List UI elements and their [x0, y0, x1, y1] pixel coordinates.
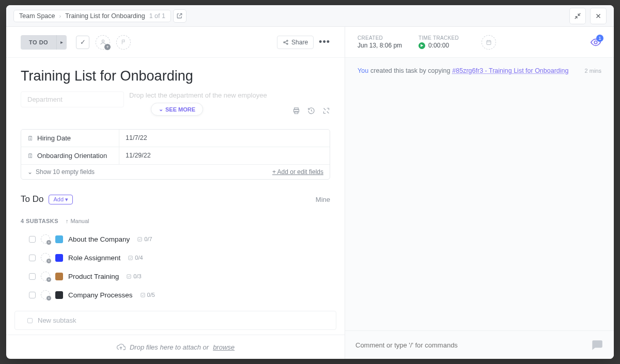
subtask-type-icon	[55, 273, 63, 280]
subtask-name: About the Company	[68, 235, 130, 243]
subtask-item[interactable]: Company Processes0/5	[21, 287, 330, 303]
watchers-button[interactable]: 1	[590, 37, 601, 48]
complete-checkbox[interactable]: ✓	[76, 36, 89, 49]
svg-rect-7	[138, 237, 142, 241]
mine-filter[interactable]: Mine	[316, 196, 330, 203]
cf-value[interactable]: 11/7/22	[119, 130, 330, 147]
sort-label: Manual	[70, 218, 89, 224]
subtask-checkbox[interactable]	[29, 292, 36, 298]
status-button[interactable]: TO DO ▸	[21, 35, 67, 50]
browse-link[interactable]: browse	[213, 343, 235, 351]
assignee-icon[interactable]	[41, 253, 50, 262]
subtask-sort[interactable]: ↑Manual	[66, 218, 89, 224]
cloud-upload-icon	[116, 342, 126, 352]
breadcrumb-count: 1 of 1	[149, 12, 165, 20]
open-external-icon[interactable]	[173, 9, 187, 23]
time-value: 0:00:00	[428, 42, 449, 49]
activity-panel: CREATED Jun 13, 8:06 pm TIME TRACKED ▶0:…	[345, 27, 614, 359]
cf-label: Hiring Date	[37, 134, 71, 142]
task-modal: Team Space › Training List for Onboardin…	[6, 5, 614, 359]
status-caret[interactable]: ▸	[56, 35, 67, 50]
print-icon[interactable]	[292, 107, 300, 115]
add-subtask-button[interactable]: Add▾	[49, 195, 73, 204]
sort-arrow-icon: ↑	[66, 218, 69, 224]
drop-text: Drop files here to attach or	[130, 343, 209, 351]
faded-field: Department	[21, 91, 124, 107]
caret-down-icon: ▾	[65, 196, 68, 203]
svg-point-12	[594, 41, 597, 44]
svg-rect-11	[487, 40, 491, 44]
activity-entry: You created this task by copying #85zrg6…	[345, 58, 614, 84]
breadcrumb-item[interactable]: Training List for Onboarding	[65, 12, 145, 20]
show-empty-fields[interactable]: ⌄Show 10 empty fields	[27, 168, 95, 176]
time-tracked-info[interactable]: TIME TRACKED ▶0:00:00	[419, 35, 459, 49]
attachment-dropzone[interactable]: Drop files here to attach or browse	[6, 335, 345, 359]
add-date-icon[interactable]	[482, 35, 496, 50]
breadcrumb[interactable]: Team Space › Training List for Onboardin…	[13, 10, 171, 22]
subtask-section-title: To Do	[21, 194, 43, 204]
add-assignee-icon[interactable]: +	[96, 35, 110, 50]
assignee-icon[interactable]	[41, 234, 50, 244]
assignee-icon[interactable]	[41, 272, 50, 281]
breadcrumb-space[interactable]: Team Space	[19, 12, 55, 20]
subtasks-list: About the Company0/7Role Assignment0/4Pr…	[21, 231, 330, 303]
custom-field-row[interactable]: 🗓Onboarding Orientation 11/29/22	[21, 147, 330, 165]
subtask-progress: 0/3	[126, 273, 141, 279]
subtask-checkbox[interactable]	[29, 255, 36, 261]
task-main-panel: TO DO ▸ ✓ + Share •••	[6, 27, 345, 359]
task-toolbar: TO DO ▸ ✓ + Share •••	[6, 27, 345, 58]
share-label: Share	[291, 39, 308, 46]
chevron-down-icon: ⌄	[159, 106, 163, 113]
expand-icon[interactable]	[322, 107, 330, 115]
custom-fields-table: 🗓Hiring Date 11/7/22 🗓Onboarding Orienta…	[21, 129, 330, 180]
share-button[interactable]: Share	[277, 36, 314, 49]
more-menu-icon[interactable]: •••	[319, 37, 330, 48]
add-edit-fields[interactable]: + Add or edit fields	[272, 168, 323, 176]
svg-rect-10	[141, 293, 144, 296]
status-label[interactable]: TO DO	[21, 35, 56, 50]
play-icon[interactable]: ▶	[419, 42, 425, 49]
chevron-right-icon: ›	[59, 13, 61, 19]
square-icon	[27, 318, 33, 323]
subtask-type-icon	[55, 235, 63, 243]
assignee-icon[interactable]	[41, 290, 50, 299]
subtask-progress: 0/4	[128, 255, 143, 261]
created-value: Jun 13, 8:06 pm	[358, 42, 402, 49]
watchers-count: 1	[596, 35, 603, 42]
subtask-name: Company Processes	[68, 291, 133, 299]
close-button[interactable]	[590, 8, 607, 24]
svg-point-0	[102, 40, 104, 42]
comment-bar[interactable]	[345, 330, 614, 359]
calendar-icon: 🗓	[27, 135, 34, 142]
comment-input[interactable]	[355, 341, 590, 349]
chevron-down-icon: ⌄	[27, 168, 33, 176]
subtask-progress: 0/7	[137, 236, 152, 242]
cf-label: Onboarding Orientation	[37, 152, 107, 160]
custom-field-row[interactable]: 🗓Hiring Date 11/7/22	[21, 130, 330, 147]
subtask-item[interactable]: About the Company0/7	[21, 231, 330, 247]
subtask-item[interactable]: Role Assignment0/4	[21, 250, 330, 265]
created-label: CREATED	[358, 35, 402, 41]
comment-icon[interactable]	[590, 338, 603, 352]
task-title[interactable]: Training List for Onboarding	[21, 68, 330, 84]
svg-rect-6	[295, 112, 298, 114]
created-info: CREATED Jun 13, 8:06 pm	[358, 35, 402, 49]
add-priority-icon[interactable]	[116, 35, 131, 50]
subtask-item[interactable]: Product Training0/3	[21, 268, 330, 284]
activity-link[interactable]: #85zrg6fr3 - Training List for Onboardin…	[452, 67, 568, 74]
subtask-checkbox[interactable]	[29, 273, 36, 280]
activity-actor: You	[358, 67, 368, 74]
new-subtask-input[interactable]: New subtask	[14, 311, 336, 330]
activity-text: created this task by copying	[370, 67, 450, 74]
minimize-button[interactable]	[569, 8, 586, 24]
cf-value[interactable]: 11/29/22	[119, 147, 330, 164]
show-empty-label: Show 10 empty fields	[36, 168, 95, 176]
subtask-checkbox[interactable]	[29, 236, 36, 243]
new-subtask-placeholder: New subtask	[38, 316, 76, 324]
history-icon[interactable]	[307, 107, 315, 115]
add-label: Add	[53, 196, 64, 202]
subtask-type-icon	[55, 254, 63, 262]
see-more-button[interactable]: ⌄ SEE MORE	[151, 103, 203, 116]
svg-rect-9	[127, 274, 131, 278]
subtask-count: 4 SUBTASKS	[21, 218, 58, 224]
